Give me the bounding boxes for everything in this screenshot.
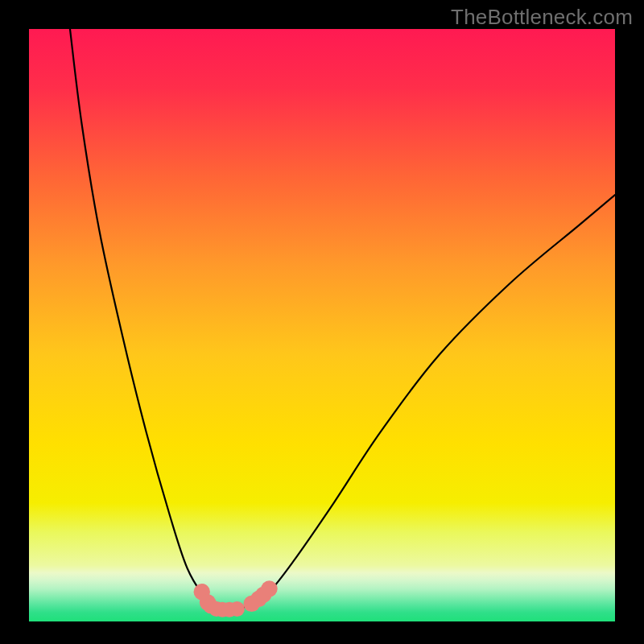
chart-background xyxy=(29,29,615,621)
valley-marker xyxy=(229,601,245,617)
chart-frame: TheBottleneck.com xyxy=(0,0,644,644)
watermark-text: TheBottleneck.com xyxy=(451,5,633,30)
valley-marker xyxy=(261,580,277,597)
chart-svg xyxy=(29,29,615,621)
chart-plot-area xyxy=(29,29,615,621)
